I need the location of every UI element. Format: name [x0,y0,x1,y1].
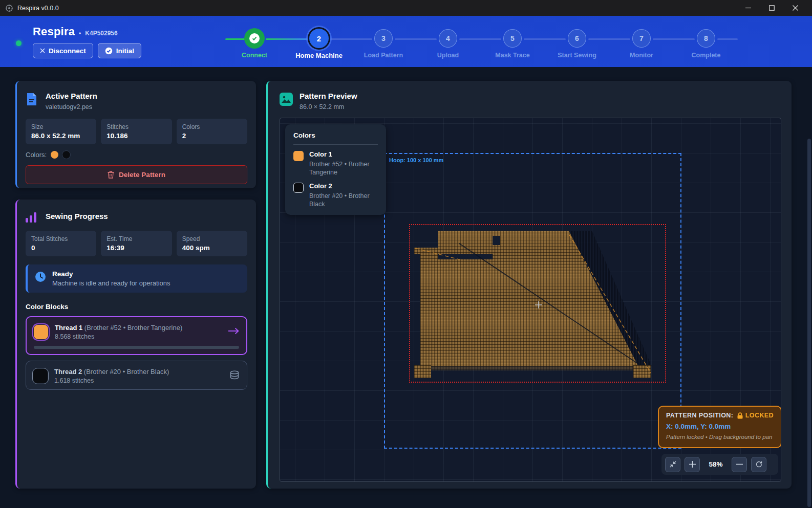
thread-name: Thread 2 [54,368,82,376]
stat-label: Est. Time [106,235,166,242]
embroidery-pattern[interactable] [414,231,651,378]
step-monitor[interactable]: 7 Monitor [609,16,674,59]
thread-2-swatch [33,369,48,383]
refresh-icon [755,460,763,468]
step-label: Monitor [609,52,674,59]
thread-name: Thread 1 [55,324,82,332]
title-bar: Respira v0.0.0 [0,0,812,16]
stat-colors: Colors 2 [177,119,247,144]
app-name: Respira [33,25,75,38]
app-logo-icon [5,4,13,12]
stat-size: Size 86.0 x 52.2 mm [26,119,96,144]
plus-icon [689,461,696,468]
step-complete[interactable]: 8 Complete [674,16,738,59]
zoom-out-button[interactable] [732,457,747,472]
step-label: Complete [674,52,738,59]
hoop-label: Hoop: 100 x 100 mm [389,157,443,163]
step-number: 2 [308,27,330,50]
step-home-machine[interactable]: 2 Home Machine [287,16,351,59]
legend-title: Colors [293,131,378,139]
step-upload[interactable]: 4 Upload [416,16,480,59]
thread-detail: (Brother #52 • Brother Tangerine) [84,324,182,332]
legend-item-color-2: Color 2 Brother #20 • Brother Black [293,182,378,209]
stat-label: Speed [182,235,242,242]
initial-label: Initial [116,47,134,55]
reset-view-button[interactable] [751,457,766,472]
minimize-icon [745,5,751,11]
color-swatch-orange [51,151,58,159]
fit-to-screen-button[interactable] [665,457,680,472]
step-number: 4 [439,29,457,48]
locked-badge: LOCKED [745,412,774,419]
color-blocks-heading: Color Blocks [26,303,247,311]
window-title: Respira v0.0.0 [17,5,59,12]
step-label: Load Pattern [351,52,416,59]
preview-canvas[interactable]: Hoop: 100 x 100 mm [280,118,781,482]
step-number: 5 [503,29,522,48]
step-mask-trace[interactable]: 5 Mask Trace [480,16,545,59]
minimize-button[interactable] [736,0,760,16]
pattern-coordinates: X: 0.0mm, Y: 0.0mm [666,423,774,430]
step-label: Home Machine [287,52,351,59]
thread-1-progress-bar [34,346,239,349]
disconnect-button[interactable]: Disconnect [33,43,93,58]
initial-button[interactable]: Initial [98,43,141,58]
bar-chart-icon [26,211,39,223]
thread-1-swatch [34,325,48,339]
layers-stack-icon [229,370,240,380]
stat-value: 86.0 x 52.2 mm [31,132,91,140]
pattern-filename: valetudogv2.pes [46,103,97,111]
disconnect-label: Disconnect [49,47,86,55]
legend-color-name: Color 1 [309,150,378,158]
zoom-toolbar: 58% [661,454,778,475]
step-label: Mask Trace [480,52,545,59]
stat-value: 10.186 [106,132,166,140]
image-icon [280,93,293,106]
step-load-pattern[interactable]: 3 Load Pattern [351,16,416,59]
stat-speed: Speed 400 spm [177,231,247,256]
legend-swatch-black [293,183,304,193]
stat-value: 0 [31,244,91,252]
thread-1-card[interactable]: Thread 1 (Brother #52 • Brother Tangerin… [26,316,247,355]
stat-label: Total Stitches [31,235,91,242]
status-title: Ready [52,270,170,278]
active-pattern-title: Active Pattern [46,92,97,100]
jump-stitch-lines [414,231,651,378]
active-pattern-card: Active Pattern valetudogv2.pes Size 86.0… [15,81,256,188]
document-icon [26,93,38,106]
close-icon [793,5,798,11]
zoom-in-button[interactable] [685,457,700,472]
step-label: Upload [416,52,480,59]
status-desc: Machine is idle and ready for operations [52,279,170,287]
stat-label: Colors [182,123,242,130]
trash-icon [108,171,114,179]
step-start-sewing[interactable]: 6 Start Sewing [545,16,609,59]
thread-stitch-count: 8.568 stitches [55,333,182,340]
x-icon [40,48,45,53]
pattern-preview-title: Pattern Preview [300,92,357,100]
step-number: 3 [374,29,393,48]
close-button[interactable] [783,0,807,16]
step-number: 6 [568,29,586,48]
thread-detail: (Brother #20 • Brother Black) [84,368,169,376]
step-label: Connect [222,52,287,59]
check-icon [251,35,258,41]
main-content: Active Pattern valetudogv2.pes Size 86.0… [0,67,812,508]
thread-2-card[interactable]: Thread 2 (Brother #20 • Brother Black) 1… [26,361,247,390]
vertical-scrollbar-thumb[interactable] [807,139,811,507]
colors-legend: Colors Color 1 Brother #52 • Brother Tan… [285,124,386,215]
sewing-progress-card: Sewing Progress Total Stitches 0 Est. Ti… [15,200,256,489]
delete-pattern-button[interactable]: Delete Pattern [26,165,247,184]
arrow-right-icon [228,327,239,335]
step-connect[interactable]: Connect [222,16,287,59]
step-number: 7 [632,29,651,48]
color-swatch-black [62,151,70,159]
thread-stitch-count: 1.618 stitches [54,377,169,384]
fit-to-screen-icon [669,460,677,468]
legend-swatch-orange [293,151,304,161]
step-label: Start Sewing [545,52,609,59]
check-circle-icon [105,47,113,55]
maximize-button[interactable] [760,0,783,16]
legend-color-desc: Brother #20 • Brother Black [309,192,378,209]
stat-stitches: Stitches 10.186 [101,119,172,144]
